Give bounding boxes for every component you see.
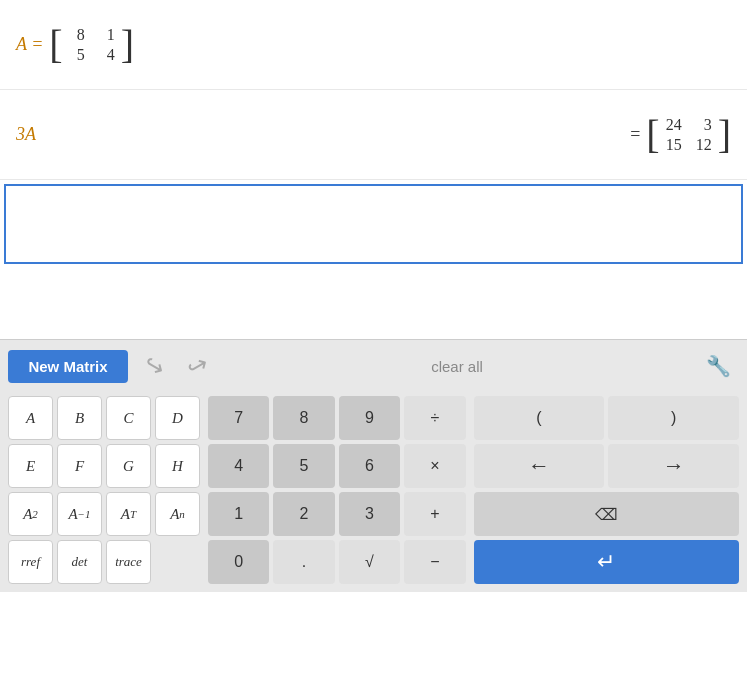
num-btn-4[interactable]: 4 <box>208 444 269 488</box>
cell-r2c1: 5 <box>69 46 85 64</box>
var-btn-A-squared[interactable]: A2 <box>8 492 53 536</box>
keypad-area: A B C D E F G H A2 A−1 AT An rref det tr… <box>0 392 747 592</box>
num-btn-sqrt[interactable]: √ <box>339 540 400 584</box>
num-btn-9[interactable]: 9 <box>339 396 400 440</box>
extra-col: ( ) ← → ⌫ ↵ <box>474 396 740 584</box>
num-btn-1[interactable]: 1 <box>208 492 269 536</box>
var-btn-G[interactable]: G <box>106 444 151 488</box>
num-btn-0[interactable]: 0 <box>208 540 269 584</box>
num-col: 7 8 9 ÷ 4 5 6 × 1 2 3 + 0 . √ − <box>208 396 474 584</box>
num-btn-8[interactable]: 8 <box>273 396 334 440</box>
bracket-left-1: [ <box>49 25 62 65</box>
num-btn-7[interactable]: 7 <box>208 396 269 440</box>
toolbar-row: New Matrix ↩ ↪ clear all 🔧 <box>0 340 747 392</box>
cell2-r1c1: 24 <box>666 116 682 134</box>
extra-btn-backspace[interactable]: ⌫ <box>474 492 740 536</box>
extra-btn-rparen[interactable]: ) <box>608 396 739 440</box>
num-btn-2[interactable]: 2 <box>273 492 334 536</box>
matrix-grid-1: 8 1 5 4 <box>63 22 121 68</box>
expression-row-2: 3A = [ 24 3 15 12 ] <box>0 90 747 180</box>
num-btn-mul[interactable]: × <box>404 444 465 488</box>
num-btn-3[interactable]: 3 <box>339 492 400 536</box>
var-btn-C[interactable]: C <box>106 396 151 440</box>
work-area: A = [ 8 1 5 4 ] 3A = [ 24 3 15 12 ] <box>0 0 747 340</box>
extra-btn-lparen[interactable]: ( <box>474 396 605 440</box>
num-btn-minus[interactable]: − <box>404 540 465 584</box>
num-btn-div[interactable]: ÷ <box>404 396 465 440</box>
extra-btn-right-arrow[interactable]: → <box>608 444 739 488</box>
var-btn-B[interactable]: B <box>57 396 102 440</box>
var-btn-trace[interactable]: trace <box>106 540 151 584</box>
eq-label-2: = <box>630 124 640 145</box>
wrench-button[interactable]: 🔧 <box>698 350 739 382</box>
var-btn-A-n[interactable]: An <box>155 492 200 536</box>
cell2-r2c1: 15 <box>666 136 682 154</box>
var-btn-det[interactable]: det <box>57 540 102 584</box>
undo-button[interactable]: ↩ <box>129 341 178 390</box>
new-matrix-button[interactable]: New Matrix <box>8 350 128 383</box>
lhs-label-3A: 3A <box>16 124 36 145</box>
num-btn-plus[interactable]: + <box>404 492 465 536</box>
matrix-grid-2: 24 3 15 12 <box>660 112 718 158</box>
bracket-left-2: [ <box>646 115 659 155</box>
var-btn-rref[interactable]: rref <box>8 540 53 584</box>
cell-r1c2: 1 <box>99 26 115 44</box>
redo-button[interactable]: ↪ <box>173 341 222 390</box>
clear-all-button[interactable]: clear all <box>224 358 690 375</box>
matrix-expr-2: = [ 24 3 15 12 ] <box>624 112 731 158</box>
cell-r1c1: 8 <box>69 26 85 44</box>
input-expression-row[interactable] <box>4 184 743 264</box>
num-btn-5[interactable]: 5 <box>273 444 334 488</box>
num-btn-6[interactable]: 6 <box>339 444 400 488</box>
var-btn-A-inverse[interactable]: A−1 <box>57 492 102 536</box>
var-col: A B C D E F G H A2 A−1 AT An rref det tr… <box>8 396 208 584</box>
bracket-right-1: ] <box>121 25 134 65</box>
var-btn-A[interactable]: A <box>8 396 53 440</box>
lhs-label-A: A = <box>16 34 43 55</box>
bracket-right-2: ] <box>718 115 731 155</box>
var-btn-A-transpose[interactable]: AT <box>106 492 151 536</box>
num-btn-dot[interactable]: . <box>273 540 334 584</box>
cell-r2c2: 4 <box>99 46 115 64</box>
extra-btn-enter[interactable]: ↵ <box>474 540 740 584</box>
calculator-area: New Matrix ↩ ↪ clear all 🔧 A B C D E F G… <box>0 340 747 592</box>
var-btn-H[interactable]: H <box>155 444 200 488</box>
cell2-r2c2: 12 <box>696 136 712 154</box>
expression-row-1: A = [ 8 1 5 4 ] <box>0 0 747 90</box>
var-btn-E[interactable]: E <box>8 444 53 488</box>
var-btn-F[interactable]: F <box>57 444 102 488</box>
matrix-expr-1: A = [ 8 1 5 4 ] <box>16 22 134 68</box>
var-btn-D[interactable]: D <box>155 396 200 440</box>
extra-btn-left-arrow[interactable]: ← <box>474 444 605 488</box>
cell2-r1c2: 3 <box>696 116 712 134</box>
